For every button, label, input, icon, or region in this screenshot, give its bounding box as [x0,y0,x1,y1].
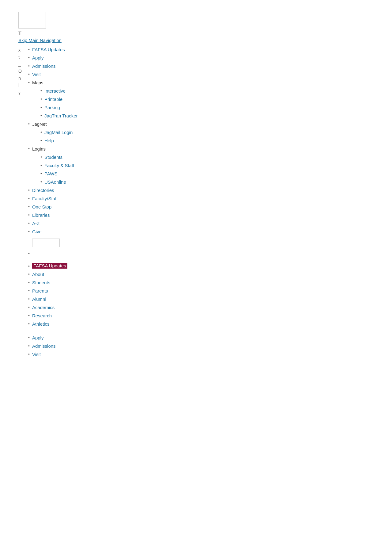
bullet-icon: • [28,296,30,302]
list-item: • Printable [40,96,78,103]
bullet-icon: • [40,137,42,144]
athletics-link[interactable]: Athletics [32,320,50,328]
side-letter-o: O [18,68,23,75]
list-item: • Faculty & Staff [40,162,78,169]
list-item: • Students [40,154,78,161]
academics-link[interactable]: Academics [32,304,55,311]
paws-link[interactable]: PAWS [44,170,58,178]
list-item: • About [28,271,78,278]
list-item: • PAWS [40,170,78,178]
fafsa-updates-link-main[interactable]: FAFSA Updates [32,263,67,269]
side-letter-dash: _ [18,61,23,68]
bullet-icon: • [28,187,30,193]
logins-label: Logins [32,145,46,153]
list-item: • One Stop [28,203,78,211]
list-item: • Visit [28,351,78,358]
give-link[interactable]: Give [32,228,42,235]
bullet-icon: • [28,212,30,218]
jagnet-label: JagNet [32,121,47,128]
bullet-icon: • [28,343,30,349]
bullet-icon: • [28,145,30,152]
bullet-icon: • [28,320,30,327]
apply-link-top[interactable]: Apply [32,54,44,62]
parking-link[interactable]: Parking [44,104,60,111]
list-item: • FAFSA Updates [28,263,78,270]
a-z-link[interactable]: A-Z [32,220,40,227]
skip-nav-link[interactable]: Skip Main Navigation [18,38,374,43]
faculty-staff-link[interactable]: Faculty/Staff [32,195,58,202]
admissions-link[interactable]: Admissions [32,63,56,70]
bullet-icon: • [40,178,42,185]
maps-label: Maps [32,79,43,86]
list-item: • Help [40,137,78,144]
t-label: T [18,31,374,36]
bullet-icon: • [28,304,30,311]
search-box-container [32,239,60,247]
research-link[interactable]: Research [32,312,52,320]
list-item: • Faculty/Staff [28,195,78,202]
bullet-icon: • [40,154,42,160]
list-item: • Libraries [28,212,78,219]
list-item: • USAonline [40,178,78,186]
side-letter-y: y [18,89,23,96]
list-item: • FAFSA Updates [28,46,78,53]
printable-link[interactable]: Printable [44,96,62,103]
parents-link[interactable]: Parents [32,287,48,295]
search-input[interactable] [32,239,60,247]
bullet-icon: • [40,170,42,177]
fafsa-updates-link-top[interactable]: FAFSA Updates [32,46,65,53]
bullet-icon: • [28,351,30,358]
bullet-icon: • [28,203,30,210]
visit-link[interactable]: Visit [32,71,41,78]
alumni-link[interactable]: Alumni [32,296,46,303]
list-item: • Research [28,312,78,320]
logins-submenu: • Students • Faculty & Staff [40,154,78,186]
students-link[interactable]: Students [32,279,50,286]
list-item: • JagNet • JagMail Login • [28,121,78,144]
bullet-icon: • [28,334,30,341]
list-item: • A-Z [28,220,78,227]
side-letter-x: x [18,47,23,54]
list-item: • Give [28,228,78,235]
students-login-link[interactable]: Students [44,154,62,161]
list-item: • JagMail Login [40,129,78,136]
bullet-icon: • [28,46,30,53]
bullet-icon: • [28,195,30,202]
dot-marker: . [18,6,374,10]
bullet-icon: • [28,54,30,61]
list-item: • Visit [28,71,78,78]
one-stop-link[interactable]: One Stop [32,203,51,211]
libraries-link[interactable]: Libraries [32,212,50,219]
logo-box [18,12,46,29]
interactive-link[interactable]: Interactive [44,87,66,95]
bullet-icon: • [40,129,42,136]
jagmail-login-link[interactable]: JagMail Login [44,129,73,136]
bullet-icon: • [40,112,42,119]
list-item: • Admissions [28,343,78,350]
bullet-icon: • [40,162,42,169]
bullet-icon: • [40,87,42,94]
list-item: • Interactive [40,87,78,95]
bullet-icon: • [28,71,30,78]
apply-link-bottom[interactable]: Apply [32,334,44,342]
bullet-icon: • [28,79,30,86]
directories-link[interactable]: Directories [32,187,54,194]
list-item: • Admissions [28,63,78,70]
list-item: • Maps • Interactive • [28,79,78,120]
list-item-empty: • [28,250,78,257]
usaonline-link[interactable]: USAonline [44,178,66,186]
bullet-icon: • [28,63,30,69]
list-item: • Directories [28,187,78,194]
jagtran-tracker-link[interactable]: JagTran Tracker [44,112,78,120]
maps-submenu: • Interactive • Printable [40,87,78,120]
help-link[interactable]: Help [44,137,54,144]
list-item: • Apply [28,54,78,62]
bullet-icon: • [28,228,30,235]
list-item: • Logins • Students • [28,145,78,186]
faculty-staff-login-link[interactable]: Faculty & Staff [44,162,74,169]
bullet-icon: • [28,250,30,257]
about-link[interactable]: About [32,271,44,278]
admissions-link-bottom[interactable]: Admissions [32,343,56,350]
list-item: • Academics [28,304,78,311]
visit-link-bottom[interactable]: Visit [32,351,41,358]
